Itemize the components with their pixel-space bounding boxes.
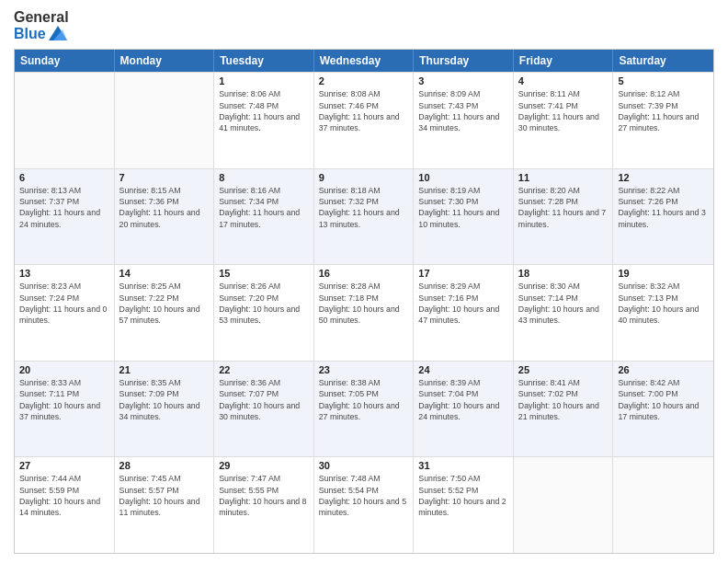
cell-sun-info: Sunrise: 7:44 AMSunset: 5:59 PMDaylight:… (19, 473, 109, 518)
cell-day-number: 22 (219, 364, 309, 375)
cell-day-number: 14 (119, 268, 210, 279)
header-day-sunday: Sunday (15, 50, 115, 72)
day-cell-13: 13Sunrise: 8:23 AMSunset: 7:24 PMDayligh… (15, 265, 115, 361)
page: General Blue SundayMondayTuesdayWednesda… (0, 0, 728, 563)
day-cell-2: 2Sunrise: 8:08 AMSunset: 7:46 PMDaylight… (314, 73, 415, 168)
calendar-header-row: SundayMondayTuesdayWednesdayThursdayFrid… (15, 50, 713, 72)
cell-day-number: 8 (219, 172, 309, 183)
cell-day-number: 7 (119, 172, 210, 183)
cell-sun-info: Sunrise: 8:29 AMSunset: 7:16 PMDaylight:… (418, 281, 508, 326)
cell-day-number: 11 (518, 172, 609, 183)
day-cell-25: 25Sunrise: 8:41 AMSunset: 7:02 PMDayligh… (514, 362, 614, 457)
day-cell-21: 21Sunrise: 8:35 AMSunset: 7:09 PMDayligh… (115, 362, 215, 457)
day-cell-31: 31Sunrise: 7:50 AMSunset: 5:52 PMDayligh… (414, 457, 514, 553)
header-day-saturday: Saturday (613, 50, 713, 72)
cell-sun-info: Sunrise: 8:16 AMSunset: 7:34 PMDaylight:… (219, 185, 309, 230)
cell-sun-info: Sunrise: 8:26 AMSunset: 7:20 PMDaylight:… (219, 281, 309, 326)
cell-sun-info: Sunrise: 8:42 AMSunset: 7:00 PMDaylight:… (618, 377, 709, 422)
calendar: SundayMondayTuesdayWednesdayThursdayFrid… (14, 49, 714, 554)
day-cell-27: 27Sunrise: 7:44 AMSunset: 5:59 PMDayligh… (15, 457, 115, 553)
header: General Blue (14, 9, 714, 41)
day-cell-1: 1Sunrise: 8:06 AMSunset: 7:48 PMDaylight… (214, 73, 314, 168)
cell-sun-info: Sunrise: 8:20 AMSunset: 7:28 PMDaylight:… (518, 185, 609, 230)
cell-day-number: 27 (19, 460, 109, 471)
cell-sun-info: Sunrise: 8:06 AMSunset: 7:48 PMDaylight:… (219, 88, 309, 133)
empty-cell-0-0 (15, 73, 115, 168)
day-cell-8: 8Sunrise: 8:16 AMSunset: 7:34 PMDaylight… (214, 169, 314, 265)
day-cell-14: 14Sunrise: 8:25 AMSunset: 7:22 PMDayligh… (115, 265, 215, 361)
cell-day-number: 25 (518, 364, 609, 375)
cell-day-number: 18 (518, 268, 609, 279)
day-cell-20: 20Sunrise: 8:33 AMSunset: 7:11 PMDayligh… (15, 362, 115, 457)
day-cell-26: 26Sunrise: 8:42 AMSunset: 7:00 PMDayligh… (613, 362, 713, 457)
empty-cell-4-6 (613, 457, 713, 553)
cell-sun-info: Sunrise: 8:11 AMSunset: 7:41 PMDaylight:… (518, 88, 609, 133)
week-row-2: 6Sunrise: 8:13 AMSunset: 7:37 PMDaylight… (15, 168, 713, 265)
cell-sun-info: Sunrise: 8:23 AMSunset: 7:24 PMDaylight:… (19, 281, 109, 326)
cell-sun-info: Sunrise: 8:41 AMSunset: 7:02 PMDaylight:… (518, 377, 609, 422)
cell-sun-info: Sunrise: 8:22 AMSunset: 7:26 PMDaylight:… (618, 185, 709, 230)
day-cell-7: 7Sunrise: 8:15 AMSunset: 7:36 PMDaylight… (115, 169, 215, 265)
cell-day-number: 13 (19, 268, 109, 279)
calendar-body: 1Sunrise: 8:06 AMSunset: 7:48 PMDaylight… (15, 72, 713, 553)
day-cell-9: 9Sunrise: 8:18 AMSunset: 7:32 PMDaylight… (314, 169, 415, 265)
cell-day-number: 29 (219, 460, 309, 471)
cell-day-number: 16 (319, 268, 409, 279)
cell-sun-info: Sunrise: 8:09 AMSunset: 7:43 PMDaylight:… (418, 88, 508, 133)
cell-day-number: 30 (319, 460, 409, 471)
cell-sun-info: Sunrise: 8:25 AMSunset: 7:22 PMDaylight:… (119, 281, 210, 326)
logo-wing-icon (49, 26, 67, 40)
cell-day-number: 3 (418, 75, 508, 86)
day-cell-6: 6Sunrise: 8:13 AMSunset: 7:37 PMDaylight… (15, 169, 115, 265)
day-cell-22: 22Sunrise: 8:36 AMSunset: 7:07 PMDayligh… (214, 362, 314, 457)
week-row-3: 13Sunrise: 8:23 AMSunset: 7:24 PMDayligh… (15, 264, 713, 361)
cell-day-number: 15 (219, 268, 309, 279)
cell-sun-info: Sunrise: 7:47 AMSunset: 5:55 PMDaylight:… (219, 473, 309, 518)
cell-day-number: 19 (618, 268, 709, 279)
cell-sun-info: Sunrise: 8:13 AMSunset: 7:37 PMDaylight:… (19, 185, 109, 230)
logo: General Blue (14, 9, 69, 41)
day-cell-19: 19Sunrise: 8:32 AMSunset: 7:13 PMDayligh… (613, 265, 713, 361)
cell-sun-info: Sunrise: 8:08 AMSunset: 7:46 PMDaylight:… (319, 88, 409, 133)
cell-day-number: 9 (319, 172, 409, 183)
day-cell-29: 29Sunrise: 7:47 AMSunset: 5:55 PMDayligh… (214, 457, 314, 553)
cell-sun-info: Sunrise: 8:32 AMSunset: 7:13 PMDaylight:… (618, 281, 709, 326)
cell-day-number: 26 (618, 364, 709, 375)
empty-cell-4-5 (514, 457, 614, 553)
cell-sun-info: Sunrise: 8:39 AMSunset: 7:04 PMDaylight:… (418, 377, 508, 422)
cell-day-number: 1 (219, 75, 309, 86)
day-cell-28: 28Sunrise: 7:45 AMSunset: 5:57 PMDayligh… (115, 457, 215, 553)
day-cell-16: 16Sunrise: 8:28 AMSunset: 7:18 PMDayligh… (314, 265, 415, 361)
cell-sun-info: Sunrise: 8:12 AMSunset: 7:39 PMDaylight:… (618, 88, 709, 133)
day-cell-18: 18Sunrise: 8:30 AMSunset: 7:14 PMDayligh… (514, 265, 614, 361)
header-day-friday: Friday (514, 50, 614, 72)
cell-sun-info: Sunrise: 7:48 AMSunset: 5:54 PMDaylight:… (319, 473, 409, 518)
header-day-wednesday: Wednesday (314, 50, 415, 72)
day-cell-17: 17Sunrise: 8:29 AMSunset: 7:16 PMDayligh… (414, 265, 514, 361)
cell-day-number: 31 (418, 460, 508, 471)
day-cell-3: 3Sunrise: 8:09 AMSunset: 7:43 PMDaylight… (414, 73, 514, 168)
day-cell-4: 4Sunrise: 8:11 AMSunset: 7:41 PMDaylight… (514, 73, 614, 168)
empty-cell-0-1 (115, 73, 215, 168)
cell-day-number: 17 (418, 268, 508, 279)
cell-sun-info: Sunrise: 8:19 AMSunset: 7:30 PMDaylight:… (418, 185, 508, 230)
cell-day-number: 20 (19, 364, 109, 375)
week-row-5: 27Sunrise: 7:44 AMSunset: 5:59 PMDayligh… (15, 456, 713, 553)
cell-sun-info: Sunrise: 7:45 AMSunset: 5:57 PMDaylight:… (119, 473, 210, 518)
cell-sun-info: Sunrise: 8:33 AMSunset: 7:11 PMDaylight:… (19, 377, 109, 422)
cell-sun-info: Sunrise: 7:50 AMSunset: 5:52 PMDaylight:… (418, 473, 508, 518)
header-day-monday: Monday (115, 50, 215, 72)
cell-day-number: 6 (19, 172, 109, 183)
cell-sun-info: Sunrise: 8:18 AMSunset: 7:32 PMDaylight:… (319, 185, 409, 230)
day-cell-24: 24Sunrise: 8:39 AMSunset: 7:04 PMDayligh… (414, 362, 514, 457)
day-cell-5: 5Sunrise: 8:12 AMSunset: 7:39 PMDaylight… (613, 73, 713, 168)
cell-day-number: 10 (418, 172, 508, 183)
cell-sun-info: Sunrise: 8:30 AMSunset: 7:14 PMDaylight:… (518, 281, 609, 326)
day-cell-12: 12Sunrise: 8:22 AMSunset: 7:26 PMDayligh… (613, 169, 713, 265)
cell-day-number: 21 (119, 364, 210, 375)
cell-day-number: 28 (119, 460, 210, 471)
cell-day-number: 24 (418, 364, 508, 375)
day-cell-15: 15Sunrise: 8:26 AMSunset: 7:20 PMDayligh… (214, 265, 314, 361)
week-row-4: 20Sunrise: 8:33 AMSunset: 7:11 PMDayligh… (15, 361, 713, 457)
day-cell-30: 30Sunrise: 7:48 AMSunset: 5:54 PMDayligh… (314, 457, 415, 553)
